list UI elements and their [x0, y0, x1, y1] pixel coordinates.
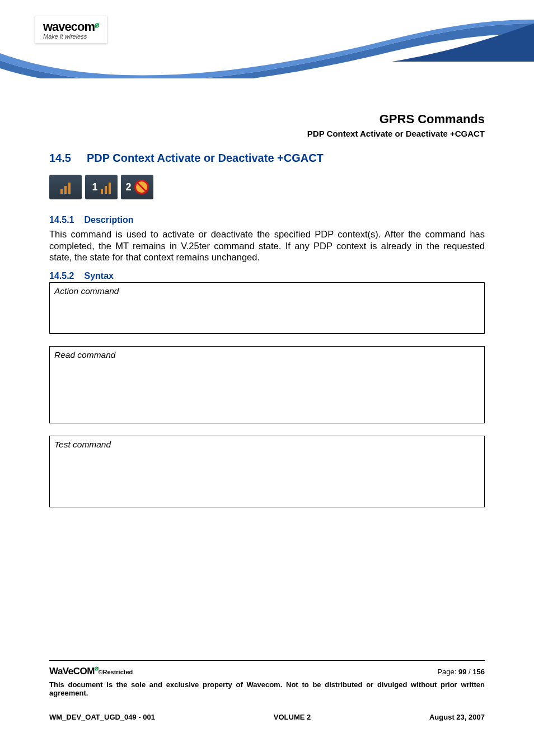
- syntax-number: 14.5.2: [49, 271, 74, 281]
- page-content: GPRS Commands PDP Context Activate or De…: [0, 112, 534, 507]
- logo-brand-text: wavecom: [43, 20, 95, 34]
- action-command-label: Action command: [54, 286, 480, 296]
- section-number: 14.5: [49, 152, 71, 164]
- sim-icon-1: 1: [85, 175, 118, 199]
- footer-row-3: WM_DEV_OAT_UGD_049 - 001 VOLUME 2 August…: [49, 713, 485, 721]
- footer-rule: [49, 660, 485, 661]
- chapter-subtitle: PDP Context Activate or Deactivate +CGAC…: [49, 129, 485, 138]
- signal-bars-icon: [101, 180, 111, 194]
- compatibility-icons: 1 2: [49, 175, 485, 199]
- footer-volume: VOLUME 2: [274, 713, 311, 721]
- logo-brand: wavecom⌀: [43, 20, 99, 34]
- chapter-header: GPRS Commands PDP Context Activate or De…: [49, 112, 485, 138]
- sim-icon-0: [49, 175, 82, 199]
- sim-icon-2-prohibit: 2: [121, 175, 153, 199]
- read-command-box: Read command: [49, 346, 485, 423]
- description-body: This command is used to activate or deac…: [49, 228, 485, 263]
- description-title: Description: [84, 215, 133, 225]
- test-command-label: Test command: [54, 440, 480, 450]
- action-command-box: Action command: [49, 282, 485, 334]
- logo-box: wavecom⌀ Make it wireless: [35, 16, 107, 44]
- description-heading: 14.5.1Description: [49, 215, 485, 225]
- footer-restricted: ©Restricted: [98, 669, 133, 675]
- page-total: 156: [472, 668, 485, 676]
- chapter-title: GPRS Commands: [49, 112, 485, 127]
- syntax-title: Syntax: [84, 271, 113, 281]
- footer-doc-id: WM_DEV_OAT_UGD_049 - 001: [49, 713, 155, 721]
- footer-disclaimer: This document is the sole and exclusive …: [49, 680, 485, 697]
- header-band: wavecom⌀ Make it wireless: [0, 0, 534, 78]
- page-current: 99: [458, 668, 466, 676]
- footer-row-1: WaVeCOM⌀©Restricted Page: 99 / 156: [49, 664, 485, 677]
- description-number: 14.5.1: [49, 215, 74, 225]
- logo-superscript-icon: ⌀: [95, 20, 99, 29]
- footer-logo: WaVeCOM⌀©Restricted: [49, 664, 133, 677]
- section-heading: 14.5PDP Context Activate or Deactivate +…: [49, 152, 485, 165]
- page-footer: WaVeCOM⌀©Restricted Page: 99 / 156 This …: [49, 660, 485, 721]
- page-indicator: Page: 99 / 156: [437, 668, 485, 676]
- footer-date: August 23, 2007: [429, 713, 485, 721]
- test-command-box: Test command: [49, 436, 485, 507]
- syntax-heading: 14.5.2Syntax: [49, 271, 485, 281]
- section-title: PDP Context Activate or Deactivate +CGAC…: [87, 152, 324, 164]
- read-command-label: Read command: [54, 350, 480, 360]
- page-label: Page:: [437, 668, 458, 676]
- prohibit-icon: [134, 180, 149, 194]
- sim-icon-1-label: 1: [92, 181, 97, 193]
- footer-brand: WaVeCOM: [49, 666, 95, 676]
- page-sep: /: [466, 668, 472, 676]
- signal-bars-icon: [60, 180, 71, 194]
- sim-icon-2-label: 2: [125, 181, 131, 193]
